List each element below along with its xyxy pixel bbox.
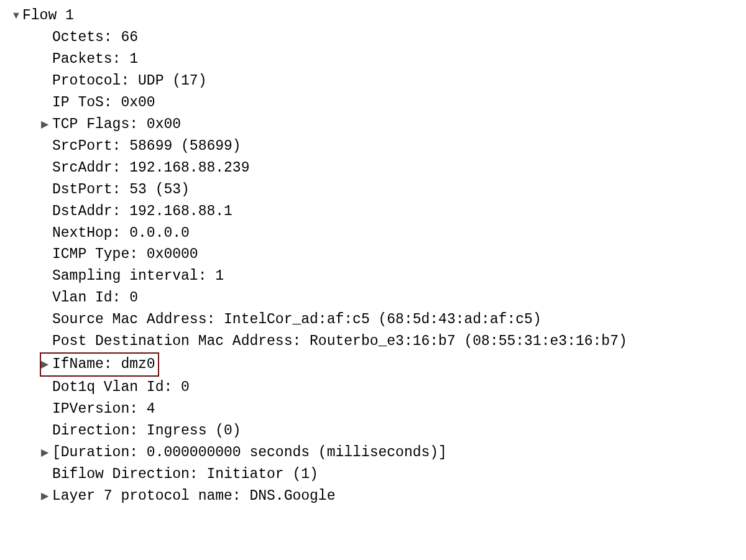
field-row[interactable]: ▶TCP Flags: 0x00 (11, 114, 746, 135)
field-row[interactable]: Vlan Id: 0 (11, 287, 746, 309)
field-row[interactable]: Packets: 1 (11, 48, 746, 70)
field-text: Layer 7 protocol name: DNS.Google (52, 485, 335, 507)
field-row[interactable]: ▶[Duration: 0.000000000 seconds (millise… (11, 442, 746, 464)
field-text: [Duration: 0.000000000 seconds (millisec… (52, 442, 447, 464)
field-row[interactable]: Octets: 66 (11, 27, 746, 48)
field-row[interactable]: Sampling interval: 1 (11, 265, 746, 287)
field-text: DstAddr: 192.168.88.1 (52, 201, 233, 223)
chevron-down-icon[interactable]: ▼ (11, 8, 22, 23)
field-row[interactable]: NextHop: 0.0.0.0 (11, 223, 746, 244)
field-row[interactable]: Source Mac Address: IntelCor_ad:af:c5 (6… (11, 309, 746, 331)
field-text: Sampling interval: 1 (52, 265, 224, 287)
packet-tree: ▼Flow 1 Octets: 66Packets: 1Protocol: UD… (0, 0, 746, 507)
field-row[interactable]: IPVersion: 4 (11, 398, 746, 420)
field-text: IfName: dmz0 (52, 356, 155, 372)
field-row[interactable]: Biflow Direction: Initiator (1) (11, 464, 746, 485)
field-text: Direction: Ingress (0) (52, 420, 241, 442)
highlight-box: ▶IfName: dmz0 (40, 352, 159, 377)
field-text: Source Mac Address: IntelCor_ad:af:c5 (6… (52, 309, 541, 331)
field-text: Dot1q Vlan Id: 0 (52, 377, 190, 398)
flow-title: Flow 1 (22, 5, 74, 27)
chevron-right-icon[interactable]: ▶ (41, 357, 52, 372)
chevron-right-icon[interactable]: ▶ (41, 445, 52, 460)
field-text: NextHop: 0.0.0.0 (52, 223, 190, 244)
field-text: TCP Flags: 0x00 (52, 114, 181, 135)
field-text: ICMP Type: 0x0000 (52, 244, 198, 265)
field-row[interactable]: SrcAddr: 192.168.88.239 (11, 157, 746, 179)
field-text: SrcAddr: 192.168.88.239 (52, 157, 249, 179)
field-row[interactable]: Direction: Ingress (0) (11, 420, 746, 442)
field-row[interactable]: Protocol: UDP (17) (11, 70, 746, 92)
field-text: IP ToS: 0x00 (52, 92, 155, 114)
field-text: Biflow Direction: Initiator (1) (52, 464, 318, 485)
field-text: DstPort: 53 (53) (52, 179, 190, 201)
field-row[interactable]: ▶Layer 7 protocol name: DNS.Google (11, 485, 746, 507)
field-text: IPVersion: 4 (52, 398, 155, 420)
field-row[interactable]: Post Destination Mac Address: Routerbo_e… (11, 331, 746, 352)
field-row[interactable]: ▶IfName: dmz0 (11, 352, 746, 377)
field-row[interactable]: SrcPort: 58699 (58699) (11, 135, 746, 157)
field-text: Protocol: UDP (17) (52, 70, 206, 92)
field-row[interactable]: DstPort: 53 (53) (11, 179, 746, 201)
chevron-right-icon[interactable]: ▶ (41, 117, 52, 132)
field-text: Octets: 66 (52, 27, 138, 48)
field-text: SrcPort: 58699 (58699) (52, 135, 241, 157)
field-row[interactable]: Dot1q Vlan Id: 0 (11, 377, 746, 398)
field-row[interactable]: DstAddr: 192.168.88.1 (11, 201, 746, 223)
field-text: Vlan Id: 0 (52, 287, 138, 309)
chevron-right-icon[interactable]: ▶ (41, 489, 52, 503)
field-text: Post Destination Mac Address: Routerbo_e… (52, 331, 627, 352)
field-row[interactable]: IP ToS: 0x00 (11, 92, 746, 114)
flow-node[interactable]: ▼Flow 1 (11, 5, 746, 27)
field-row[interactable]: ICMP Type: 0x0000 (11, 244, 746, 265)
field-text: Packets: 1 (52, 48, 138, 70)
